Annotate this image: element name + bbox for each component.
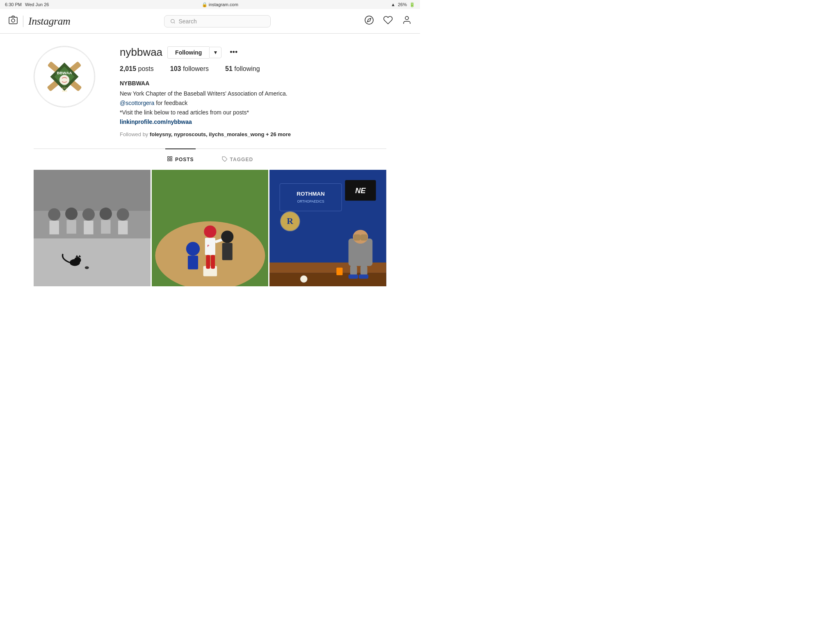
post-thumb[interactable]: [34, 170, 151, 287]
tab-tagged[interactable]: TAGGED: [220, 149, 255, 169]
lock-icon: 🔒: [202, 2, 208, 7]
avatar-image: BBWAA EST 1908: [34, 46, 95, 107]
svg-marker-5: [368, 18, 371, 21]
post-image-color1: P: [152, 170, 269, 287]
svg-point-4: [365, 16, 373, 24]
navbar-right: [364, 15, 412, 27]
tab-tagged-label: TAGGED: [230, 157, 253, 162]
status-bar: 6:30 PM Wed Jun 26 🔒 instagram.com ▲ 26%…: [0, 0, 420, 9]
battery-icon: 🔋: [409, 2, 415, 7]
following-count: 51: [225, 65, 233, 72]
navbar-left: Instagram: [8, 15, 70, 27]
svg-point-52: [221, 231, 233, 243]
posts-label: posts: [138, 65, 154, 72]
bio-line3: *Visit the link below to read articles f…: [120, 108, 386, 117]
profile-info: nybbwaa Following ▼ ••• 2,015 posts 103 …: [120, 46, 386, 139]
post-thumb[interactable]: P: [152, 170, 269, 287]
following-button-group: Following ▼: [167, 46, 221, 59]
svg-point-74: [301, 275, 308, 282]
svg-text:ORTHOPAEDICS: ORTHOPAEDICS: [297, 199, 325, 203]
camera-icon[interactable]: [8, 15, 18, 27]
svg-text:P: P: [207, 244, 209, 247]
svg-point-44: [204, 225, 216, 237]
tag-icon: [222, 156, 228, 163]
bio-link-line: linkinprofile.com/nybbwaa: [120, 118, 386, 126]
svg-rect-73: [337, 267, 343, 275]
username: nybbwaa: [120, 46, 162, 59]
wifi-icon: ▲: [391, 2, 395, 7]
svg-rect-18: [168, 159, 169, 161]
following-stat[interactable]: 51 following: [225, 65, 260, 73]
posts-stat: 2,015 posts: [120, 65, 154, 73]
navbar: Instagram: [0, 9, 420, 34]
time-display: 6:30 PM: [5, 2, 22, 7]
svg-text:R: R: [287, 216, 294, 226]
battery-text: 26%: [398, 2, 407, 7]
url-text: instagram.com: [209, 2, 238, 7]
profile-bio: NYBBWAA New York Chapter of the Baseball…: [120, 79, 386, 139]
avatar: BBWAA EST 1908: [34, 46, 95, 107]
svg-rect-51: [188, 256, 198, 269]
profile-header: BBWAA EST 1908 nybbwaa: [34, 46, 386, 139]
heart-icon[interactable]: [383, 15, 393, 27]
bio-line1: New York Chapter of the Baseball Writers…: [120, 89, 386, 98]
svg-text:BBWAA: BBWAA: [57, 71, 72, 75]
bio-line2: @scottorgera for feedback: [120, 99, 386, 107]
bio-line2-suffix: for feedback: [154, 100, 187, 106]
followed-by-more: + 26 more: [264, 131, 291, 137]
svg-rect-72: [359, 274, 368, 278]
svg-point-50: [186, 242, 199, 255]
followed-by-names: foleysny, nyproscouts, ilychs_morales_wo…: [150, 131, 264, 137]
stats-row: 2,015 posts 103 followers 51 following: [120, 65, 386, 73]
more-options-button[interactable]: •••: [226, 46, 241, 58]
following-label: following: [234, 65, 260, 72]
svg-rect-16: [168, 157, 169, 158]
svg-point-1: [11, 19, 15, 22]
display-name: NYBBWAA: [120, 79, 386, 88]
avatar-container: BBWAA EST 1908: [34, 46, 95, 107]
navbar-divider: [23, 16, 23, 27]
svg-rect-19: [170, 159, 172, 161]
tab-posts[interactable]: POSTS: [165, 148, 196, 169]
followed-by: Followed by foleysny, nyproscouts, ilych…: [120, 130, 386, 139]
posts-count: 2,015: [120, 65, 136, 72]
svg-text:EST: EST: [62, 87, 67, 89]
tabs-row: POSTS TAGGED: [34, 149, 386, 169]
post-thumb[interactable]: ROTHMAN ORTHOPAEDICS R NE: [269, 170, 386, 287]
instagram-logo: Instagram: [28, 15, 70, 27]
profile-icon[interactable]: [402, 15, 412, 27]
following-button[interactable]: Following: [167, 46, 209, 59]
svg-rect-70: [361, 265, 368, 275]
followed-by-prefix: Followed by: [120, 131, 150, 137]
website-link[interactable]: linkinprofile.com/nybbwaa: [120, 119, 192, 125]
posts-grid: P ROTHMAN: [34, 170, 386, 287]
svg-point-2: [171, 19, 174, 23]
following-dropdown-button[interactable]: ▼: [209, 47, 221, 58]
followers-label: followers: [183, 65, 209, 72]
svg-rect-17: [170, 157, 172, 158]
svg-text:1908: 1908: [62, 90, 67, 92]
post-image-color2: ROTHMAN ORTHOPAEDICS R NE: [269, 170, 386, 287]
followers-stat[interactable]: 103 followers: [170, 65, 209, 73]
explore-icon[interactable]: [364, 15, 374, 27]
grid-icon: [167, 156, 173, 163]
svg-rect-43: [203, 266, 217, 276]
tab-posts-label: POSTS: [175, 157, 194, 162]
svg-rect-0: [9, 17, 17, 24]
svg-rect-68: [361, 234, 368, 240]
search-input[interactable]: [178, 18, 264, 25]
handle-link[interactable]: @scottorgera: [120, 100, 154, 106]
svg-rect-48: [206, 255, 210, 268]
profile-container: BBWAA EST 1908 nybbwaa: [25, 46, 395, 286]
svg-rect-45: [205, 237, 215, 255]
svg-rect-67: [354, 234, 361, 240]
svg-rect-49: [211, 255, 215, 268]
svg-point-13: [59, 75, 69, 85]
svg-text:ROTHMAN: ROTHMAN: [297, 190, 325, 196]
svg-rect-56: [280, 183, 342, 211]
svg-rect-69: [350, 265, 357, 275]
profile-top-row: nybbwaa Following ▼ •••: [120, 46, 386, 59]
post-image-bw: [34, 170, 151, 287]
svg-line-3: [174, 22, 175, 23]
search-bar[interactable]: [164, 15, 271, 27]
